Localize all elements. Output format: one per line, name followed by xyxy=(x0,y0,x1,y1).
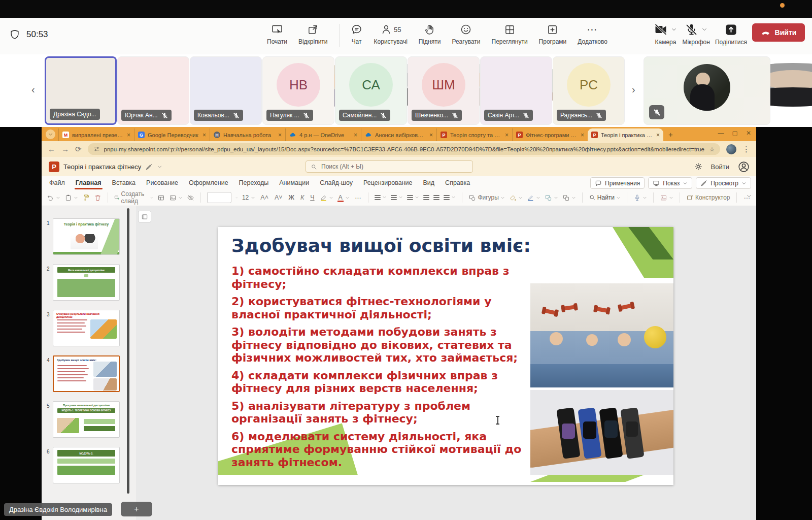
filmstrip-prev-button[interactable]: ‹ xyxy=(31,84,35,95)
mic-options-chevron[interactable] xyxy=(701,26,707,32)
participant-tile[interactable]: СА Самойлен... xyxy=(335,56,407,125)
participant-tile[interactable]: РС Радвансь... xyxy=(553,56,625,125)
menu-transitions[interactable]: Переходы xyxy=(239,179,269,186)
font-color-button[interactable]: A xyxy=(337,194,350,201)
raise-hand-button[interactable]: Підняти xyxy=(415,23,445,45)
participant-tile-wide[interactable] xyxy=(644,56,770,125)
signin-label[interactable]: Войти xyxy=(711,163,729,171)
reload-icon[interactable]: ⟳ xyxy=(75,145,82,154)
add-slide-button[interactable]: + xyxy=(121,502,152,516)
menu-slideshow[interactable]: Слайд-шоу xyxy=(320,179,353,186)
close-icon[interactable]: × xyxy=(505,132,509,139)
shape-outline-button[interactable] xyxy=(527,194,540,202)
slide-thumbnail[interactable]: Очікувані результати навчання дисципліни xyxy=(53,310,120,346)
numbering-button[interactable] xyxy=(391,195,403,200)
collapse-panel-button[interactable] xyxy=(138,211,151,222)
find-button[interactable]: Найти xyxy=(589,194,621,201)
site-settings-icon[interactable] xyxy=(93,146,100,152)
reset-button[interactable] xyxy=(169,194,183,202)
menu-home[interactable]: Главная xyxy=(76,179,101,186)
browser-menu-icon[interactable]: ⋮ xyxy=(742,145,750,154)
menu-help[interactable]: Справка xyxy=(445,179,470,186)
decrease-indent-button[interactable] xyxy=(423,195,429,200)
participant-tile[interactable]: НВ Нагуляк ... xyxy=(262,56,334,125)
menu-insert[interactable]: Вставка xyxy=(112,179,136,186)
browser-tab[interactable]: Анонси вибіркових дис...× xyxy=(361,128,436,141)
shapes-button[interactable]: Фигуры xyxy=(468,194,504,202)
hide-slide-button[interactable] xyxy=(187,194,194,202)
title-chevron-icon[interactable] xyxy=(157,164,162,170)
format-painter-button[interactable] xyxy=(82,194,90,202)
back-icon[interactable]: ← xyxy=(48,145,55,153)
dictate-button[interactable] xyxy=(633,194,647,202)
forward-icon[interactable]: → xyxy=(61,145,69,153)
browser-tab[interactable]: P Фітнес-програми аероб...× xyxy=(512,128,588,141)
font-chevron[interactable] xyxy=(235,196,238,200)
new-tab-button[interactable]: + xyxy=(668,130,673,139)
close-window-button[interactable]: ✕ xyxy=(746,129,751,137)
arrange-button[interactable] xyxy=(562,194,576,202)
slide-thumbnail-selected[interactable]: Здобувач вищої освіти вміє: xyxy=(53,355,120,392)
menu-animations[interactable]: Анимации xyxy=(279,179,309,186)
insert-image-button[interactable] xyxy=(660,194,673,202)
address-bar[interactable]: pnpu-my.sharepoint.com/:p:/r/personal/si… xyxy=(88,143,720,155)
office-search-box[interactable]: Поиск (Alt + Ы) xyxy=(306,160,473,173)
close-icon[interactable]: × xyxy=(127,132,130,139)
apps-button[interactable]: Програми xyxy=(535,23,571,45)
font-name-dropdown[interactable] xyxy=(207,192,232,203)
close-icon[interactable]: × xyxy=(656,132,660,139)
filmstrip-next-button[interactable]: › xyxy=(632,84,635,95)
browser-tab[interactable]: 4 р.н — OneDrive× xyxy=(285,128,361,141)
minimize-button[interactable]: — xyxy=(718,129,724,137)
more-button[interactable]: ⋯ Додатково xyxy=(573,23,612,45)
react-button[interactable]: Реагувати xyxy=(448,23,484,45)
thumbnail-scrollbar[interactable] xyxy=(127,208,129,494)
unpin-button[interactable]: Відкріпити xyxy=(294,23,332,45)
browser-profile-avatar[interactable] xyxy=(726,144,736,154)
leave-button[interactable]: Вийти xyxy=(752,23,805,42)
shape-effects-button[interactable] xyxy=(545,194,558,202)
layout-button[interactable] xyxy=(157,194,165,202)
share-button[interactable]: Поділитися xyxy=(715,22,747,46)
view-button[interactable]: Переглянути xyxy=(488,23,532,45)
participant-tile[interactable]: Юрчак Ан... xyxy=(117,56,189,125)
menu-review[interactable]: Рецензирование xyxy=(363,179,413,186)
viewing-mode-button[interactable]: Просмотр xyxy=(696,177,751,189)
grow-font-button[interactable]: A˄ xyxy=(259,194,269,201)
highlight-button[interactable] xyxy=(320,194,333,202)
present-button[interactable]: Показ xyxy=(648,177,692,189)
close-icon[interactable]: × xyxy=(202,132,206,139)
participant-tile[interactable]: Ковальов... xyxy=(190,56,262,125)
menu-draw[interactable]: Рисование xyxy=(146,179,178,186)
close-icon[interactable]: × xyxy=(278,132,282,139)
menu-design[interactable]: Оформление xyxy=(189,179,228,186)
shape-fill-button[interactable] xyxy=(509,194,523,202)
browser-tab[interactable]: M виправлені презентації× xyxy=(58,128,134,141)
menu-file[interactable]: Файл xyxy=(49,179,65,186)
maximize-button[interactable]: ▢ xyxy=(732,129,738,137)
account-icon[interactable] xyxy=(737,160,750,173)
current-slide[interactable]: Здобувач вищої освіти вміє: 1) самостійн… xyxy=(218,227,673,485)
participant-tile[interactable]: Сазін Арт... xyxy=(480,56,552,125)
bullets-button[interactable] xyxy=(375,195,387,200)
start-presenting-button[interactable]: Почати xyxy=(263,23,291,45)
powerpoint-logo[interactable]: P xyxy=(49,161,59,172)
settings-gear-icon[interactable] xyxy=(694,162,703,171)
close-icon[interactable]: × xyxy=(581,132,584,139)
shrink-font-button[interactable]: A˅ xyxy=(274,194,284,201)
slide-thumbnail[interactable]: Програма навчальної дисципліни МОДУЛЬ 1.… xyxy=(53,401,120,438)
camera-button[interactable]: Камера xyxy=(654,22,677,46)
bookmark-star-icon[interactable]: ☆ xyxy=(709,146,715,153)
more-font-options[interactable]: ⋯ xyxy=(354,194,362,202)
camera-options-chevron[interactable] xyxy=(671,26,677,32)
participants-button[interactable]: 55 Користувачі xyxy=(370,23,412,45)
bold-button[interactable]: Ж xyxy=(288,194,295,201)
new-slide-button[interactable]: Создать слайд xyxy=(114,190,153,205)
document-title[interactable]: Теорія і практика фітнесу xyxy=(63,163,141,171)
delete-button[interactable] xyxy=(94,194,101,202)
align-button[interactable] xyxy=(407,195,419,200)
chat-button[interactable]: Чат xyxy=(347,23,367,45)
browser-tab[interactable]: Н Навчальна робота× xyxy=(210,128,285,141)
slide-thumbnail[interactable]: Мета навчальної дисципліни xyxy=(53,264,120,301)
slide-thumbnail[interactable]: МОДУЛЬ 2. xyxy=(53,447,120,483)
